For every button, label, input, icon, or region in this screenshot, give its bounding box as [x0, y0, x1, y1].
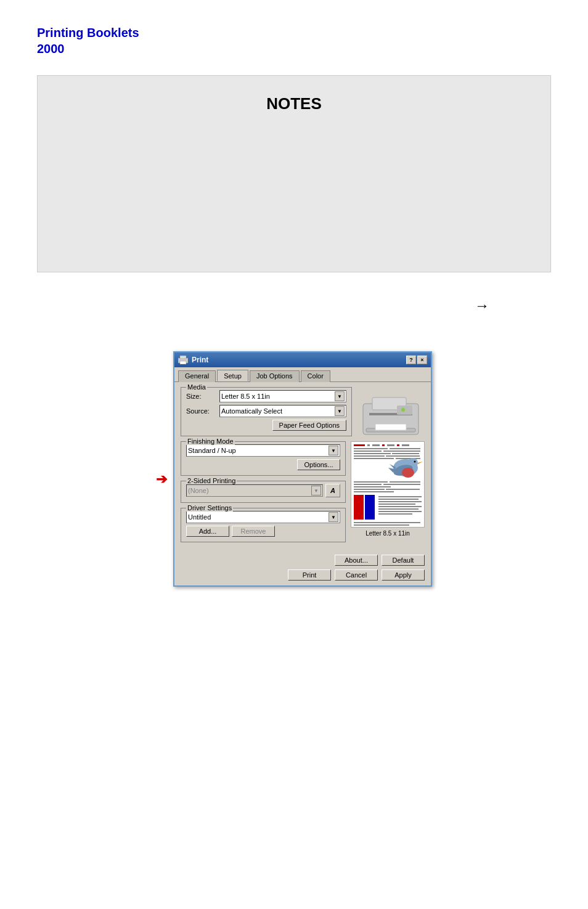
svg-rect-47: [378, 501, 422, 502]
svg-rect-39: [354, 486, 391, 487]
apply-button[interactable]: Apply: [382, 569, 425, 581]
svg-rect-51: [378, 511, 422, 512]
print-dialog: Print ? × General Setup Job Options Colo…: [173, 351, 432, 587]
svg-rect-25: [386, 455, 420, 457]
dialog-footer: About... Default Print Cancel Apply: [174, 552, 431, 585]
svg-rect-2: [180, 361, 186, 364]
finishing-preview-layout: Finishing Mode Standard / N-up ▼ Options…: [181, 441, 425, 547]
size-select[interactable]: Letter 8.5 x 11in ▼: [219, 390, 346, 402]
media-layout: Media Size: Letter 8.5 x 11in ▼ S: [181, 387, 425, 441]
svg-point-34: [402, 468, 414, 478]
svg-rect-50: [378, 508, 419, 510]
about-button[interactable]: About...: [335, 555, 378, 566]
svg-rect-23: [392, 453, 419, 454]
svg-rect-7: [375, 424, 406, 430]
svg-rect-21: [383, 450, 420, 452]
media-group-label: Media: [186, 383, 207, 391]
svg-rect-15: [387, 444, 394, 446]
size-label: Size:: [186, 393, 217, 400]
finishing-mode-select[interactable]: Standard / N-up ▼: [186, 444, 340, 457]
svg-rect-45: [378, 496, 422, 497]
titlebar-controls: ? ×: [406, 356, 427, 364]
svg-rect-20: [354, 450, 382, 452]
svg-rect-26: [354, 458, 394, 459]
printer-icon-small: [178, 356, 188, 364]
svg-rect-44: [365, 495, 375, 520]
tab-job-options[interactable]: Job Options: [250, 370, 300, 382]
svg-point-31: [414, 461, 416, 463]
two-sided-group: 2-Sided Printing (None) ▼ A: [181, 481, 346, 503]
svg-rect-16: [397, 444, 399, 446]
two-sided-label: 2-Sided Printing: [186, 477, 237, 484]
driver-settings-select[interactable]: Untitled ▼: [186, 511, 340, 523]
print-cancel-apply-row: Print Cancel Apply: [181, 569, 425, 581]
svg-rect-11: [354, 444, 365, 446]
cancel-button[interactable]: Cancel: [335, 569, 378, 581]
driver-settings-arrow: ▼: [329, 512, 338, 522]
options-button[interactable]: Options...: [297, 459, 340, 470]
svg-rect-49: [378, 506, 422, 507]
color-test-preview: [351, 442, 425, 528]
dialog-titlebar: Print ? ×: [174, 353, 431, 367]
svg-rect-13: [372, 444, 380, 446]
paper-feed-options-button[interactable]: Paper Feed Options: [272, 420, 346, 431]
arrow-section: →: [37, 297, 551, 314]
dialog-title: Print: [192, 356, 208, 364]
svg-rect-37: [354, 484, 382, 485]
size-row: Size: Letter 8.5 x 11in ▼: [186, 390, 346, 402]
about-default-row: About... Default: [181, 555, 425, 566]
svg-rect-42: [354, 491, 394, 492]
finishing-left-col: Finishing Mode Standard / N-up ▼ Options…: [181, 441, 346, 547]
print-button[interactable]: Print: [288, 569, 331, 581]
svg-rect-48: [378, 503, 415, 505]
driver-settings-group: Driver Settings Untitled ▼ Add... Remove: [181, 508, 346, 542]
source-select[interactable]: Automatically Select ▼: [219, 405, 346, 417]
svg-rect-53: [354, 522, 420, 523]
svg-rect-19: [390, 448, 420, 449]
media-group: Media Size: Letter 8.5 x 11in ▼ S: [181, 387, 352, 436]
svg-rect-40: [354, 489, 385, 490]
right-arrow-icon: →: [475, 297, 489, 314]
dialog-tabs: General Setup Job Options Color: [174, 367, 431, 382]
svg-rect-24: [354, 455, 385, 457]
page-title: Printing Booklets 2000: [37, 25, 551, 57]
svg-rect-27: [396, 458, 420, 459]
preview-image: [351, 441, 425, 528]
svg-rect-14: [382, 444, 385, 446]
svg-rect-12: [367, 444, 370, 446]
source-row: Source: Automatically Select ▼: [186, 405, 346, 417]
svg-rect-17: [402, 444, 409, 446]
red-pointer-arrow: ➔: [156, 471, 167, 487]
two-sided-select[interactable]: (None) ▼: [186, 484, 323, 497]
two-sided-row: (None) ▼ A: [186, 484, 340, 497]
tab-color[interactable]: Color: [301, 370, 330, 382]
tab-general[interactable]: General: [178, 370, 216, 382]
finishing-group-label: Finishing Mode: [186, 438, 235, 445]
two-sided-icon-button[interactable]: A: [325, 484, 340, 497]
add-button[interactable]: Add...: [186, 526, 229, 537]
paper-feed-row: Paper Feed Options: [186, 420, 346, 431]
source-select-arrow: ▼: [335, 406, 345, 416]
finishing-mode-group: Finishing Mode Standard / N-up ▼ Options…: [181, 441, 346, 476]
svg-rect-22: [354, 453, 391, 454]
printer-illustration: [360, 388, 422, 441]
preview-area: Letter 8.5 x 11in: [351, 441, 425, 547]
default-button[interactable]: Default: [382, 555, 425, 566]
help-button[interactable]: ?: [406, 356, 416, 364]
svg-rect-46: [378, 499, 419, 500]
notes-title: NOTES: [266, 94, 322, 113]
tab-setup[interactable]: Setup: [217, 370, 248, 381]
printer-image-area: [357, 387, 425, 441]
svg-rect-35: [354, 481, 388, 483]
remove-button[interactable]: Remove: [232, 526, 275, 537]
finishing-mode-arrow: ▼: [329, 446, 338, 455]
svg-point-9: [401, 408, 405, 412]
two-sided-arrow: ▼: [311, 486, 321, 495]
close-button[interactable]: ×: [417, 356, 427, 364]
svg-rect-52: [378, 513, 412, 515]
size-select-arrow: ▼: [335, 391, 345, 401]
svg-rect-36: [390, 481, 420, 483]
notes-box: NOTES: [37, 75, 551, 272]
svg-rect-54: [354, 524, 409, 526]
svg-rect-41: [386, 489, 420, 490]
